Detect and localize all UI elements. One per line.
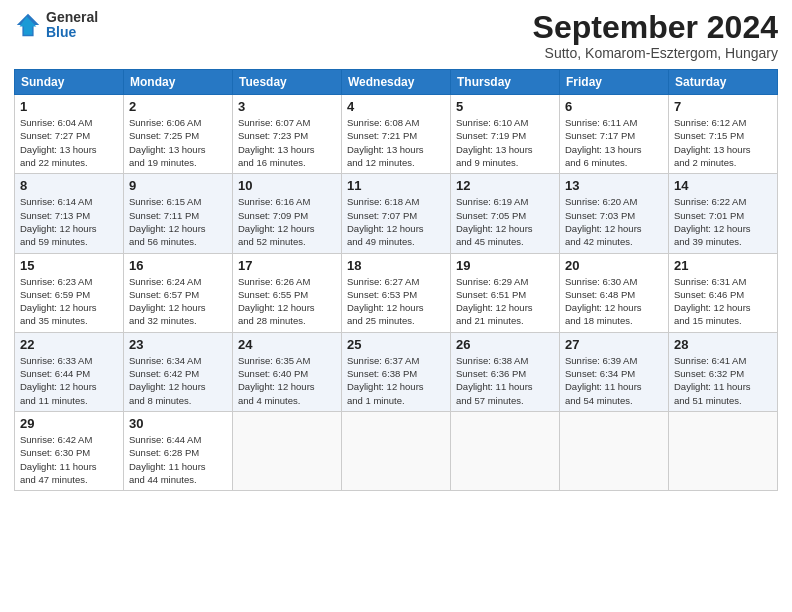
table-row: 6Sunrise: 6:11 AMSunset: 7:17 PMDaylight… (560, 95, 669, 174)
day-number: 11 (347, 178, 445, 193)
cell-details: Sunrise: 6:38 AMSunset: 6:36 PMDaylight:… (456, 354, 554, 407)
day-number: 27 (565, 337, 663, 352)
day-number: 12 (456, 178, 554, 193)
table-row: 23Sunrise: 6:34 AMSunset: 6:42 PMDayligh… (124, 332, 233, 411)
cell-details: Sunrise: 6:12 AMSunset: 7:15 PMDaylight:… (674, 116, 772, 169)
day-number: 7 (674, 99, 772, 114)
cell-details: Sunrise: 6:08 AMSunset: 7:21 PMDaylight:… (347, 116, 445, 169)
cell-details: Sunrise: 6:33 AMSunset: 6:44 PMDaylight:… (20, 354, 118, 407)
table-row: 14Sunrise: 6:22 AMSunset: 7:01 PMDayligh… (669, 174, 778, 253)
day-number: 29 (20, 416, 118, 431)
cell-details: Sunrise: 6:16 AMSunset: 7:09 PMDaylight:… (238, 195, 336, 248)
table-row: 11Sunrise: 6:18 AMSunset: 7:07 PMDayligh… (342, 174, 451, 253)
cell-details: Sunrise: 6:29 AMSunset: 6:51 PMDaylight:… (456, 275, 554, 328)
header-row: Sunday Monday Tuesday Wednesday Thursday… (15, 70, 778, 95)
col-tuesday: Tuesday (233, 70, 342, 95)
table-row: 1Sunrise: 6:04 AMSunset: 7:27 PMDaylight… (15, 95, 124, 174)
month-title: September 2024 (533, 10, 778, 45)
table-row: 26Sunrise: 6:38 AMSunset: 6:36 PMDayligh… (451, 332, 560, 411)
day-number: 26 (456, 337, 554, 352)
day-number: 9 (129, 178, 227, 193)
logo-icon (14, 11, 42, 39)
table-row: 3Sunrise: 6:07 AMSunset: 7:23 PMDaylight… (233, 95, 342, 174)
title-block: September 2024 Sutto, Komarom-Esztergom,… (533, 10, 778, 61)
table-row: 18Sunrise: 6:27 AMSunset: 6:53 PMDayligh… (342, 253, 451, 332)
day-number: 4 (347, 99, 445, 114)
table-row: 27Sunrise: 6:39 AMSunset: 6:34 PMDayligh… (560, 332, 669, 411)
day-number: 30 (129, 416, 227, 431)
table-row: 24Sunrise: 6:35 AMSunset: 6:40 PMDayligh… (233, 332, 342, 411)
day-number: 18 (347, 258, 445, 273)
cell-details: Sunrise: 6:34 AMSunset: 6:42 PMDaylight:… (129, 354, 227, 407)
table-row: 20Sunrise: 6:30 AMSunset: 6:48 PMDayligh… (560, 253, 669, 332)
table-row: 15Sunrise: 6:23 AMSunset: 6:59 PMDayligh… (15, 253, 124, 332)
table-row (451, 411, 560, 490)
cell-details: Sunrise: 6:18 AMSunset: 7:07 PMDaylight:… (347, 195, 445, 248)
logo-general-text: General (46, 10, 98, 25)
table-row: 4Sunrise: 6:08 AMSunset: 7:21 PMDaylight… (342, 95, 451, 174)
header: General Blue September 2024 Sutto, Komar… (14, 10, 778, 61)
col-friday: Friday (560, 70, 669, 95)
cell-details: Sunrise: 6:04 AMSunset: 7:27 PMDaylight:… (20, 116, 118, 169)
cell-details: Sunrise: 6:41 AMSunset: 6:32 PMDaylight:… (674, 354, 772, 407)
day-number: 17 (238, 258, 336, 273)
logo: General Blue (14, 10, 98, 41)
cell-details: Sunrise: 6:06 AMSunset: 7:25 PMDaylight:… (129, 116, 227, 169)
table-row: 2Sunrise: 6:06 AMSunset: 7:25 PMDaylight… (124, 95, 233, 174)
day-number: 5 (456, 99, 554, 114)
cell-details: Sunrise: 6:37 AMSunset: 6:38 PMDaylight:… (347, 354, 445, 407)
day-number: 13 (565, 178, 663, 193)
day-number: 15 (20, 258, 118, 273)
col-thursday: Thursday (451, 70, 560, 95)
cell-details: Sunrise: 6:19 AMSunset: 7:05 PMDaylight:… (456, 195, 554, 248)
logo-text: General Blue (46, 10, 98, 41)
location-subtitle: Sutto, Komarom-Esztergom, Hungary (533, 45, 778, 61)
day-number: 2 (129, 99, 227, 114)
calendar-table: Sunday Monday Tuesday Wednesday Thursday… (14, 69, 778, 491)
table-row: 10Sunrise: 6:16 AMSunset: 7:09 PMDayligh… (233, 174, 342, 253)
day-number: 25 (347, 337, 445, 352)
table-row: 12Sunrise: 6:19 AMSunset: 7:05 PMDayligh… (451, 174, 560, 253)
calendar-header: Sunday Monday Tuesday Wednesday Thursday… (15, 70, 778, 95)
table-row: 17Sunrise: 6:26 AMSunset: 6:55 PMDayligh… (233, 253, 342, 332)
cell-details: Sunrise: 6:10 AMSunset: 7:19 PMDaylight:… (456, 116, 554, 169)
cell-details: Sunrise: 6:24 AMSunset: 6:57 PMDaylight:… (129, 275, 227, 328)
cell-details: Sunrise: 6:14 AMSunset: 7:13 PMDaylight:… (20, 195, 118, 248)
day-number: 22 (20, 337, 118, 352)
cell-details: Sunrise: 6:35 AMSunset: 6:40 PMDaylight:… (238, 354, 336, 407)
table-row (342, 411, 451, 490)
table-row: 25Sunrise: 6:37 AMSunset: 6:38 PMDayligh… (342, 332, 451, 411)
cell-details: Sunrise: 6:11 AMSunset: 7:17 PMDaylight:… (565, 116, 663, 169)
cell-details: Sunrise: 6:20 AMSunset: 7:03 PMDaylight:… (565, 195, 663, 248)
cell-details: Sunrise: 6:15 AMSunset: 7:11 PMDaylight:… (129, 195, 227, 248)
table-row (669, 411, 778, 490)
table-row: 30Sunrise: 6:44 AMSunset: 6:28 PMDayligh… (124, 411, 233, 490)
table-row: 13Sunrise: 6:20 AMSunset: 7:03 PMDayligh… (560, 174, 669, 253)
table-row (233, 411, 342, 490)
cell-details: Sunrise: 6:07 AMSunset: 7:23 PMDaylight:… (238, 116, 336, 169)
day-number: 3 (238, 99, 336, 114)
cell-details: Sunrise: 6:39 AMSunset: 6:34 PMDaylight:… (565, 354, 663, 407)
day-number: 21 (674, 258, 772, 273)
day-number: 14 (674, 178, 772, 193)
day-number: 23 (129, 337, 227, 352)
day-number: 28 (674, 337, 772, 352)
table-row: 5Sunrise: 6:10 AMSunset: 7:19 PMDaylight… (451, 95, 560, 174)
table-row: 28Sunrise: 6:41 AMSunset: 6:32 PMDayligh… (669, 332, 778, 411)
calendar-body: 1Sunrise: 6:04 AMSunset: 7:27 PMDaylight… (15, 95, 778, 491)
cell-details: Sunrise: 6:44 AMSunset: 6:28 PMDaylight:… (129, 433, 227, 486)
page: General Blue September 2024 Sutto, Komar… (0, 0, 792, 612)
cell-details: Sunrise: 6:26 AMSunset: 6:55 PMDaylight:… (238, 275, 336, 328)
cell-details: Sunrise: 6:22 AMSunset: 7:01 PMDaylight:… (674, 195, 772, 248)
col-monday: Monday (124, 70, 233, 95)
table-row: 9Sunrise: 6:15 AMSunset: 7:11 PMDaylight… (124, 174, 233, 253)
col-sunday: Sunday (15, 70, 124, 95)
table-row: 22Sunrise: 6:33 AMSunset: 6:44 PMDayligh… (15, 332, 124, 411)
day-number: 24 (238, 337, 336, 352)
table-row: 21Sunrise: 6:31 AMSunset: 6:46 PMDayligh… (669, 253, 778, 332)
day-number: 16 (129, 258, 227, 273)
cell-details: Sunrise: 6:42 AMSunset: 6:30 PMDaylight:… (20, 433, 118, 486)
table-row: 7Sunrise: 6:12 AMSunset: 7:15 PMDaylight… (669, 95, 778, 174)
cell-details: Sunrise: 6:31 AMSunset: 6:46 PMDaylight:… (674, 275, 772, 328)
col-saturday: Saturday (669, 70, 778, 95)
